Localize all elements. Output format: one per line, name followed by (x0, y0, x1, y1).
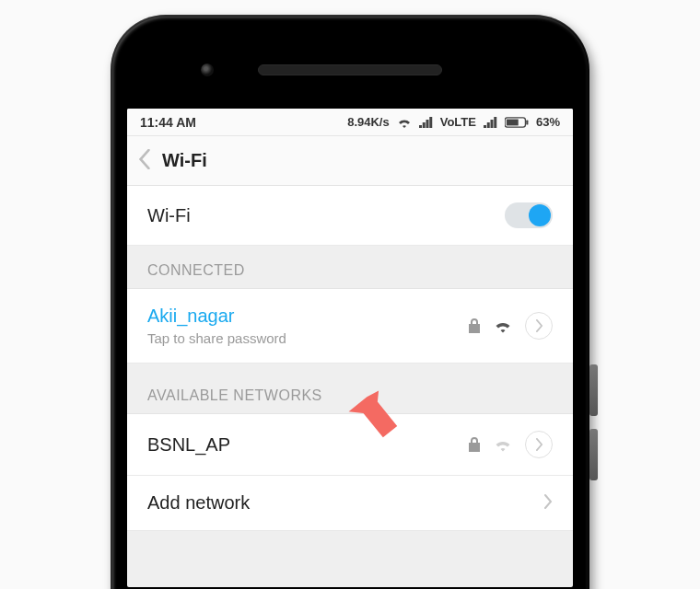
available-network-row[interactable]: BSNL_AP (127, 414, 573, 476)
add-network-label: Add network (147, 492, 543, 514)
phone-frame: 11:44 AM 8.94K/s VoLTE 63% (111, 15, 589, 589)
wifi-strength-icon (494, 318, 512, 333)
svg-rect-1 (507, 119, 519, 125)
battery-icon (505, 117, 529, 128)
connected-ssid: Akii_nagar (147, 306, 468, 327)
wifi-toggle-switch[interactable] (505, 202, 553, 228)
earpiece-speaker (258, 64, 442, 75)
connected-network-row[interactable]: Akii_nagar Tap to share password (127, 289, 573, 364)
signal-1-icon (419, 117, 433, 128)
lock-icon (468, 318, 481, 333)
add-network-row[interactable]: Add network (127, 476, 573, 531)
chevron-right-icon (543, 494, 553, 513)
wifi-icon (397, 117, 412, 128)
screen: 11:44 AM 8.94K/s VoLTE 63% (127, 109, 573, 587)
available-ssid: BSNL_AP (147, 434, 468, 456)
phone-hardware-top (127, 31, 573, 109)
section-connected: CONNECTED (127, 246, 573, 289)
network-details-button[interactable] (525, 312, 553, 340)
wifi-toggle-label: Wi-Fi (147, 205, 505, 226)
volume-up-button[interactable] (589, 364, 598, 416)
status-carrier: VoLTE (440, 115, 476, 129)
page-title: Wi-Fi (162, 150, 207, 171)
network-details-button[interactable] (525, 431, 553, 458)
connected-hint: Tap to share password (147, 330, 468, 346)
volume-down-button[interactable] (589, 429, 598, 480)
wifi-strength-weak-icon (494, 437, 512, 452)
lock-icon (468, 437, 481, 452)
status-battery-pct: 63% (536, 115, 560, 129)
signal-2-icon (484, 117, 497, 128)
app-bar: Wi-Fi (127, 136, 573, 186)
status-time: 11:44 AM (140, 115, 196, 130)
svg-rect-2 (526, 120, 528, 124)
status-net-speed: 8.94K/s (347, 115, 390, 129)
section-available: AVAILABLE NETWORKS (127, 364, 573, 414)
status-bar: 11:44 AM 8.94K/s VoLTE 63% (127, 109, 573, 136)
wifi-toggle-row[interactable]: Wi-Fi (127, 186, 573, 246)
front-camera (201, 64, 214, 76)
back-button[interactable] (138, 149, 151, 173)
